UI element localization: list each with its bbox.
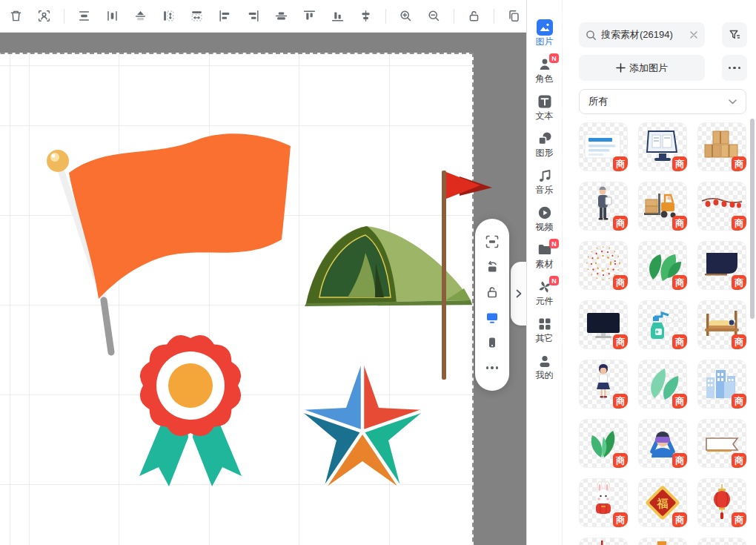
commercial-badge: 商 bbox=[613, 453, 628, 468]
material-thumbnail-grass-plant[interactable]: 商 bbox=[579, 419, 628, 468]
smart-select-icon bbox=[37, 9, 51, 23]
zoom-in-icon bbox=[399, 9, 413, 23]
fit-screen-button[interactable] bbox=[484, 234, 500, 250]
toolbar-separator bbox=[454, 9, 454, 24]
material-thumbnail-standing-girl[interactable]: 商 bbox=[579, 360, 628, 409]
align-center-vertical-button[interactable] bbox=[76, 7, 93, 24]
music-note-icon bbox=[537, 168, 553, 184]
commercial-badge: 商 bbox=[732, 275, 746, 290]
filter-button[interactable] bbox=[722, 22, 747, 47]
desktop-view-button[interactable] bbox=[484, 309, 500, 326]
panel-collapse-tab[interactable] bbox=[511, 262, 526, 326]
nav-item-mine[interactable]: 我的 bbox=[527, 353, 562, 390]
commercial-badge: 商 bbox=[613, 394, 628, 409]
material-thumbnail-cardboard-boxes[interactable]: 商 bbox=[697, 122, 746, 171]
material-thumbnail-monitor-documents[interactable]: 商 bbox=[638, 122, 687, 171]
ellipsis-icon bbox=[486, 366, 499, 369]
commercial-badge: 商 bbox=[732, 394, 746, 409]
material-thumbnail-partial-3[interactable]: 商 bbox=[697, 538, 746, 545]
align-bottom-button[interactable] bbox=[329, 7, 346, 24]
material-thumbnail-lantern-string[interactable]: 商 bbox=[697, 182, 746, 231]
material-thumbnail-tv-screen[interactable]: 商 bbox=[579, 300, 628, 349]
panel-scrollbar[interactable] bbox=[750, 119, 755, 319]
rotate-button[interactable] bbox=[484, 259, 500, 275]
add-image-button[interactable]: 添加图片 bbox=[579, 55, 705, 81]
material-thumbnail-partial-1[interactable]: 商 bbox=[579, 538, 628, 545]
align-left-button[interactable] bbox=[216, 7, 233, 24]
orange-flag-element[interactable] bbox=[22, 122, 304, 360]
delete-button[interactable] bbox=[7, 7, 24, 24]
toolbar-separator bbox=[64, 9, 64, 24]
material-thumbnail-green-leaves[interactable]: 商 bbox=[638, 241, 687, 290]
nav-item-other[interactable]: 其它 bbox=[527, 316, 562, 353]
flip-vertical-button[interactable] bbox=[132, 7, 149, 24]
mobile-view-button[interactable] bbox=[484, 334, 500, 351]
smart-select-button[interactable] bbox=[36, 7, 53, 24]
material-thumbnail-vr-man[interactable]: 商 bbox=[638, 419, 687, 468]
unlock-button-float[interactable] bbox=[484, 284, 500, 300]
unlock-button[interactable] bbox=[465, 7, 483, 24]
fit-height-button[interactable] bbox=[160, 7, 177, 24]
align-top-button[interactable] bbox=[301, 7, 318, 24]
commercial-badge: 商 bbox=[613, 156, 628, 171]
award-medal-element[interactable] bbox=[133, 334, 249, 519]
material-thumbnail-two-leaves[interactable]: 商 bbox=[638, 360, 687, 409]
material-thumbnail-partial-2[interactable]: 商 bbox=[638, 538, 687, 545]
nav-label: 文本 bbox=[536, 111, 554, 121]
search-input[interactable] bbox=[601, 30, 685, 41]
material-thumbnail-city-buildings[interactable]: 商 bbox=[697, 360, 746, 409]
desktop-icon bbox=[485, 310, 500, 325]
picture-icon bbox=[537, 19, 553, 36]
align-center-horizontal-button[interactable] bbox=[104, 7, 121, 24]
align-center-vertical-icon bbox=[77, 9, 91, 23]
play-circle-icon bbox=[537, 205, 553, 221]
fit-width-button[interactable] bbox=[188, 7, 205, 24]
five-color-star-element[interactable] bbox=[296, 359, 430, 492]
material-thumbnail-navy-board[interactable]: 商 bbox=[697, 241, 746, 290]
material-thumbnail-red-lantern[interactable]: 商 bbox=[697, 478, 746, 527]
flip-vertical-icon bbox=[133, 9, 147, 23]
material-thumbnail-forklift[interactable]: 商 bbox=[638, 182, 687, 231]
align-right-button[interactable] bbox=[245, 7, 262, 24]
right-nav-rail: 图片 N 角色 文本 图形 音乐 视频 N 素材 N bbox=[526, 0, 562, 545]
align-center-icon bbox=[359, 9, 373, 23]
align-middle-button[interactable] bbox=[273, 7, 290, 24]
align-center-button[interactable] bbox=[357, 7, 374, 24]
material-thumbnail-fireworks[interactable]: 商 bbox=[579, 241, 628, 290]
commercial-badge: 商 bbox=[613, 334, 628, 349]
nav-item-materials[interactable]: N 素材 bbox=[527, 242, 562, 279]
panel-more-button[interactable] bbox=[722, 55, 747, 81]
zoom-out-button[interactable] bbox=[425, 7, 442, 24]
top-toolbar bbox=[0, 0, 526, 33]
search-icon bbox=[586, 30, 597, 41]
nav-label: 图形 bbox=[536, 148, 554, 158]
material-thumbnail-ribbon-banner[interactable]: 商 bbox=[697, 419, 746, 468]
nav-label: 角色 bbox=[536, 74, 554, 84]
material-thumbnail-spray-bottle[interactable]: 商 bbox=[638, 300, 687, 349]
chevron-right-icon bbox=[515, 289, 523, 298]
nav-item-video[interactable]: 视频 bbox=[527, 205, 562, 242]
nav-item-components[interactable]: N 元件 bbox=[527, 279, 562, 316]
nav-item-characters[interactable]: N 角色 bbox=[527, 56, 562, 93]
align-right-icon bbox=[246, 9, 260, 23]
nav-item-images[interactable]: 图片 bbox=[527, 19, 562, 56]
material-thumbnail-man-clipboard[interactable]: 商 bbox=[579, 182, 628, 231]
search-box bbox=[579, 22, 705, 47]
commercial-badge: 商 bbox=[732, 334, 746, 349]
align-center-horizontal-icon bbox=[105, 9, 119, 23]
nav-item-shapes[interactable]: 图形 bbox=[527, 131, 562, 168]
material-thumbnail-sleeping-bed[interactable]: 商 bbox=[697, 300, 746, 349]
material-thumbnail-rabbit[interactable]: 商 bbox=[579, 478, 628, 527]
copy-button[interactable] bbox=[505, 7, 523, 24]
category-dropdown[interactable]: 所有 bbox=[579, 89, 746, 114]
more-options-button[interactable] bbox=[484, 360, 500, 376]
toolbar-separator bbox=[385, 9, 386, 24]
clear-search-icon[interactable] bbox=[689, 30, 698, 39]
zoom-in-button[interactable] bbox=[397, 7, 414, 24]
nav-item-text[interactable]: 文本 bbox=[527, 93, 562, 131]
nav-label: 视频 bbox=[536, 222, 554, 232]
material-thumbnail-blue-report-card[interactable]: 商 bbox=[579, 122, 628, 171]
nav-item-music[interactable]: 音乐 bbox=[527, 168, 562, 205]
material-thumbnail-fu-charm[interactable]: 福商 bbox=[638, 478, 687, 527]
trash-icon bbox=[9, 9, 23, 23]
